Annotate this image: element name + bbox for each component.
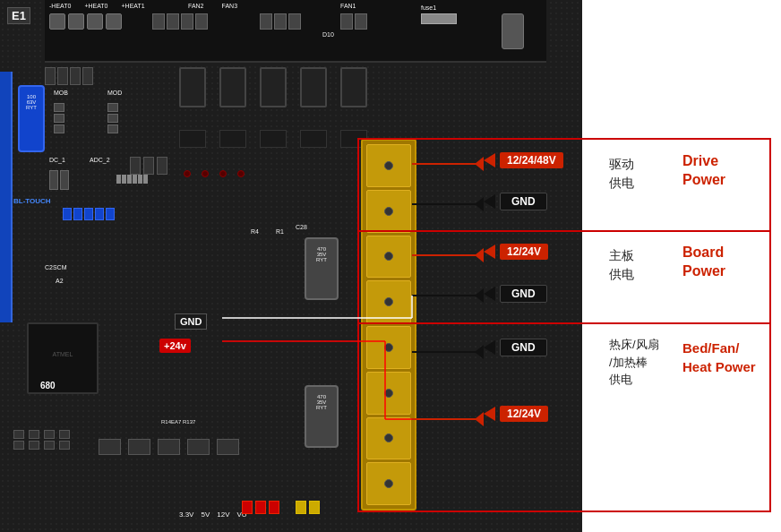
terminal-block [361,139,416,511]
right-panel [582,0,781,532]
gnd-board-label: GND [175,313,207,330]
pcb-e1-label: E1 [7,7,30,24]
left-blue-strip [0,72,13,322]
cap-470-35v-1: 470 35V RYT [305,237,339,300]
top-header-bar: -HEAT0 +HEAT0 +HEAT1 FAN2 FAN3 FAN1 [45,0,546,63]
plus24v-board-label: +24v [159,339,191,353]
cap-470-35v-2: 470 35V RYT [305,385,339,448]
blue-capacitor-large: 100 63V RYT [18,85,45,152]
pcb-board: E1 -HEAT0 +HEAT0 +HEAT1 FAN2 FAN3 FAN1 [0,0,582,532]
